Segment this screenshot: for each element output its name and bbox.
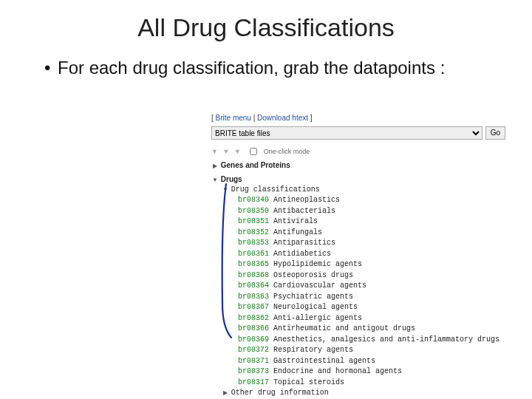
drug-class-item[interactable]: br08350 Antibacterials (211, 205, 505, 216)
drug-class-item[interactable]: br08366 Antirheumatic and antigout drugs (211, 323, 505, 334)
section-genes[interactable]: Genes and Proteins (211, 160, 505, 170)
section-other-drug-info[interactable]: Other drug information (211, 387, 505, 398)
drug-class-item[interactable]: br08317 Topical steroids (211, 377, 505, 388)
go-button[interactable]: Go (485, 126, 505, 140)
collapse-icons[interactable]: ▼ ▼ ▼ (211, 148, 242, 155)
drug-class-item[interactable]: br08364 Cardiovascular agents (211, 280, 505, 291)
drug-class-item[interactable]: br08340 Antineoplastics (211, 194, 505, 205)
brite-tree: Genes and Proteins Drugs Drug classifica… (207, 160, 510, 399)
bullet-item: •For each drug classification, grab the … (0, 57, 532, 79)
brite-select[interactable]: BRITE table files (211, 126, 482, 140)
section-drug-classifications[interactable]: Drug classifications (211, 184, 505, 194)
brite-menu-link[interactable]: Brite menu (216, 114, 251, 122)
one-click-label: One-click mode (264, 148, 310, 155)
control-row: ▼ ▼ ▼ One-click mode (207, 143, 510, 160)
section-drugs[interactable]: Drugs (211, 174, 505, 184)
drug-class-item[interactable]: br08371 Gastrointestinal agents (211, 355, 505, 366)
page-title: All Drug Classifications (0, 13, 532, 42)
drug-class-item[interactable]: br08352 Antifungals (211, 227, 505, 238)
drug-class-item[interactable]: br08373 Endocrine and hormonal agents (211, 366, 505, 377)
drug-class-item[interactable]: br08362 Anti-allergic agents (211, 313, 505, 324)
browser-insert: [ Brite menu | Download htext ] BRITE ta… (207, 111, 510, 369)
one-click-checkbox[interactable] (250, 148, 257, 155)
drug-class-item[interactable]: br08353 Antiparasitics (211, 237, 505, 248)
drug-class-item[interactable]: br08365 Hypolipidemic agents (211, 259, 505, 270)
drug-class-item[interactable]: br08367 Neurological agents (211, 301, 505, 313)
drug-class-item[interactable]: br08351 Antivirals (211, 216, 505, 227)
drug-class-item[interactable]: br08363 Psychiatric agents (211, 291, 505, 302)
drug-class-item[interactable]: br08369 Anesthetics, analgesics and anti… (211, 334, 505, 345)
drug-class-item[interactable]: br08361 Antidiabetics (211, 248, 505, 259)
download-link[interactable]: Download htext (257, 114, 308, 122)
drug-class-item[interactable]: br08372 Respiratory agents (211, 344, 505, 355)
drug-class-item[interactable]: br08368 Osteoporosis drugs (211, 270, 505, 281)
nav-links: [ Brite menu | Download htext ] (207, 111, 510, 125)
select-row: BRITE table files Go (207, 125, 510, 143)
